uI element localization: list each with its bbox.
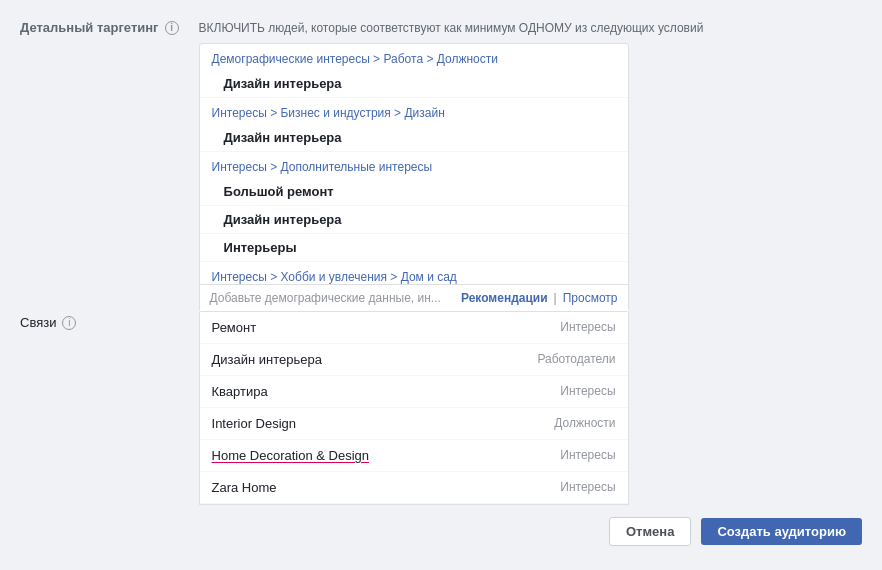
rec-type-3: Должности xyxy=(554,416,615,430)
rec-name-5: Zara Home xyxy=(212,480,277,495)
create-audience-button[interactable]: Создать аудиторию xyxy=(701,518,862,545)
tabs-area: Рекомендации | Просмотр xyxy=(461,291,618,305)
rec-row-1[interactable]: Дизайн интерьера Работодатели xyxy=(200,344,628,376)
bottom-row: Отмена Создать аудиторию xyxy=(199,517,862,546)
connections-info-icon[interactable]: i xyxy=(62,316,76,330)
rec-name-0: Ремонт xyxy=(212,320,257,335)
rec-row-0[interactable]: Ремонт Интересы xyxy=(200,312,628,344)
detailed-targeting-info-icon[interactable]: i xyxy=(165,21,179,35)
rec-type-0: Интересы xyxy=(560,320,615,334)
rec-name-2: Квартира xyxy=(212,384,268,399)
rec-name-3: Interior Design xyxy=(212,416,297,431)
rec-row-3[interactable]: Interior Design Должности xyxy=(200,408,628,440)
dropdown-item-3-2[interactable]: Дизайн интерьера xyxy=(200,206,628,234)
category-header-1: Демографические интересы > Работа > Долж… xyxy=(200,44,628,70)
dropdown-list[interactable]: Демографические интересы > Работа > Долж… xyxy=(200,44,628,284)
detailed-targeting-label-row: Детальный таргетинг i xyxy=(20,20,179,35)
rec-row-5[interactable]: Zara Home Интересы xyxy=(200,472,628,504)
dropdown-item-3-1[interactable]: Большой ремонт xyxy=(200,178,628,206)
rec-name-4: Home Decoration & Design xyxy=(212,448,370,463)
dropdown-item-3-3[interactable]: Интерьеры xyxy=(200,234,628,262)
connections-label: Связи xyxy=(20,315,56,330)
dropdown-panel: Демографические интересы > Работа > Долж… xyxy=(199,43,629,312)
connections-label-row: Связи i xyxy=(20,315,179,330)
rec-row-4[interactable]: Home Decoration & Design Интересы xyxy=(200,440,628,472)
recommendations-list[interactable]: Ремонт Интересы Дизайн интерьера Работод… xyxy=(199,312,629,505)
rec-type-1: Работодатели xyxy=(537,352,615,366)
include-text: ВКЛЮЧИТЬ людей, которые соответствуют ка… xyxy=(199,20,862,37)
left-side: Детальный таргетинг i Связи i xyxy=(20,20,179,546)
category-header-3: Интересы > Дополнительные интересы xyxy=(200,152,628,178)
tab-recommendations[interactable]: Рекомендации xyxy=(461,291,548,305)
cancel-button[interactable]: Отмена xyxy=(609,517,691,546)
main-container: Детальный таргетинг i Связи i ВКЛЮЧИТЬ л… xyxy=(20,20,862,546)
tab-view[interactable]: Просмотр xyxy=(563,291,618,305)
content-area: ВКЛЮЧИТЬ людей, которые соответствуют ка… xyxy=(199,20,862,546)
dropdown-item-1-1[interactable]: Дизайн интерьера xyxy=(200,70,628,98)
rec-type-2: Интересы xyxy=(560,384,615,398)
rec-type-5: Интересы xyxy=(560,480,615,494)
search-tabs-row: Добавьте демографические данные, ин... Р… xyxy=(200,284,628,311)
detailed-targeting-label: Детальный таргетинг xyxy=(20,20,159,35)
search-placeholder[interactable]: Добавьте демографические данные, ин... xyxy=(210,291,461,305)
rec-type-4: Интересы xyxy=(560,448,615,462)
category-header-2: Интересы > Бизнес и индустрия > Дизайн xyxy=(200,98,628,124)
dropdown-item-2-1[interactable]: Дизайн интерьера xyxy=(200,124,628,152)
rec-name-1: Дизайн интерьера xyxy=(212,352,322,367)
category-header-4: Интересы > Хобби и увлечения > Дом и сад xyxy=(200,262,628,284)
rec-row-2[interactable]: Квартира Интересы xyxy=(200,376,628,408)
